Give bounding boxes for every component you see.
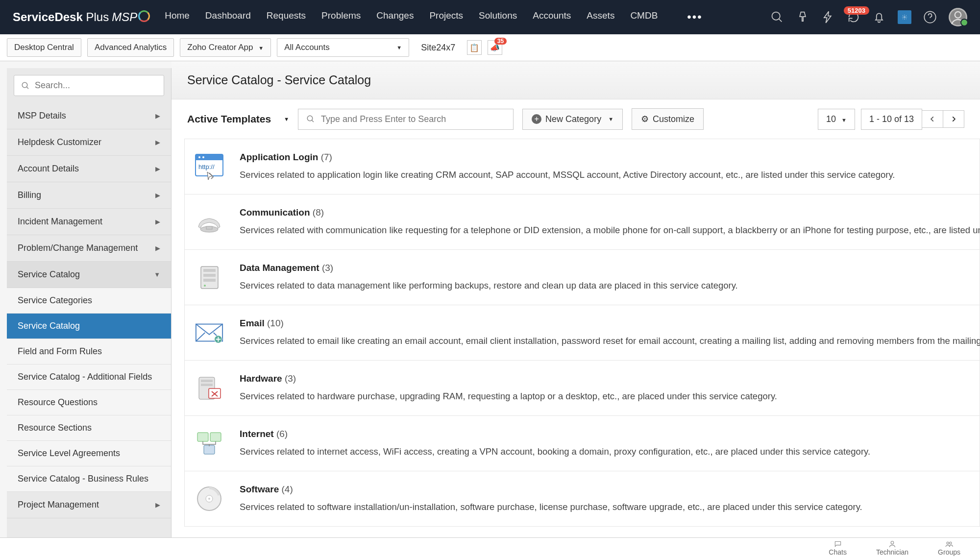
- zoho-creator-button[interactable]: Zoho Creator App ▼: [180, 38, 271, 57]
- catalog-title: Communication (8): [240, 207, 980, 218]
- advanced-analytics-button[interactable]: Advanced Analytics: [87, 38, 174, 57]
- sidebar-label: Account Details: [18, 164, 79, 174]
- nav-accounts[interactable]: Accounts: [533, 10, 571, 24]
- sidebar-group-helpdesk[interactable]: Helpdesk Customizer▶: [7, 129, 171, 156]
- desktop-central-button[interactable]: Desktop Central: [7, 38, 81, 57]
- nav-projects[interactable]: Projects: [429, 10, 463, 24]
- nav-solutions[interactable]: Solutions: [479, 10, 517, 24]
- catalog-item[interactable]: Communication (8) Services related with …: [184, 194, 980, 250]
- svg-rect-27: [201, 384, 213, 386]
- pin-icon[interactable]: [796, 10, 809, 24]
- bolt-icon[interactable]: [821, 10, 835, 24]
- page-size-select[interactable]: 10 ▼: [818, 109, 855, 130]
- clipboard-icon[interactable]: 📋: [467, 40, 482, 55]
- catalog-desc: Services related with communication like…: [240, 225, 980, 236]
- caret-down-icon: ▼: [396, 45, 402, 50]
- brand-msp: MSP: [112, 10, 137, 24]
- next-page-button[interactable]: [943, 110, 964, 128]
- bottom-technician[interactable]: Technician: [876, 540, 908, 556]
- bottom-groups[interactable]: Groups: [938, 540, 960, 556]
- svg-line-1: [779, 19, 782, 22]
- catalog-body: Data Management (3) Services related to …: [240, 263, 970, 292]
- sidebar-label: Helpdesk Customizer: [18, 137, 101, 147]
- sidebar-search-input[interactable]: [35, 80, 157, 91]
- brand-name-1: ServiceDesk: [13, 10, 83, 24]
- svg-rect-17: [206, 226, 212, 229]
- catalog-title: Application Login (7): [240, 152, 970, 163]
- help-icon[interactable]: [923, 10, 937, 24]
- sidebar-sub-catalog[interactable]: Service Catalog: [7, 314, 171, 339]
- sidebar-sub-resource-sections[interactable]: Resource Sections: [7, 415, 171, 441]
- customize-button[interactable]: ⚙ Customize: [632, 108, 704, 130]
- sidebar-search[interactable]: [14, 75, 164, 96]
- nav-assets[interactable]: Assets: [587, 10, 614, 24]
- sidebar-sub-sla[interactable]: Service Level Agreements: [7, 441, 171, 466]
- catalog-body: Application Login (7) Services related t…: [240, 152, 970, 181]
- envelope-icon: [195, 318, 224, 347]
- catalog-item[interactable]: Hardware (3) Services related to hardwar…: [184, 361, 980, 416]
- catalog-item[interactable]: http:// Application Login (7) Services r…: [184, 139, 980, 194]
- filter-dropdown[interactable]: Active Templates▼: [187, 113, 289, 125]
- new-category-label: New Category: [545, 114, 601, 124]
- top-nav: ServiceDesk Plus MSP Home Dashboard Requ…: [0, 0, 980, 34]
- nav-requests[interactable]: Requests: [267, 10, 306, 24]
- nav-more-icon[interactable]: •••: [687, 10, 702, 24]
- account-select-label: All Accounts: [284, 43, 330, 52]
- catalog-title-text: Data Management: [240, 263, 319, 273]
- sidebar-sub-categories[interactable]: Service Categories: [7, 288, 171, 314]
- nav-home[interactable]: Home: [165, 10, 190, 24]
- catalog-search-input[interactable]: [321, 114, 505, 124]
- account-select[interactable]: All Accounts▼: [277, 38, 409, 57]
- catalog-item[interactable]: Data Management (3) Services related to …: [184, 250, 980, 305]
- new-category-button[interactable]: +New Category ▼: [522, 109, 623, 130]
- catalog-title-text: Email: [240, 318, 265, 328]
- customize-label: Customize: [653, 114, 694, 124]
- search-icon: [306, 115, 315, 123]
- catalog-body: Communication (8) Services related with …: [240, 207, 980, 237]
- sidebar-sub-business-rules[interactable]: Service Catalog - Business Rules: [7, 466, 171, 492]
- nav-problems[interactable]: Problems: [321, 10, 361, 24]
- site24x7-link[interactable]: Site24x7: [415, 39, 461, 57]
- sidebar-group-incident[interactable]: Incident Management▶: [7, 209, 171, 235]
- catalog-item[interactable]: Software (4) Services related to softwar…: [184, 471, 980, 527]
- sidebar-group-problem-change[interactable]: Problem/Change Management▶: [7, 235, 171, 262]
- sidebar-sub-additional-fields[interactable]: Service Catalog - Additional Fields: [7, 364, 171, 390]
- sidebar-group-project-mgmt[interactable]: Project Management▶: [7, 492, 171, 518]
- bell-icon[interactable]: [872, 10, 886, 24]
- catalog-count: (10): [267, 318, 284, 328]
- catalog-count: (3): [322, 263, 333, 273]
- catalog-item[interactable]: Email (10) Services related to email lik…: [184, 305, 980, 361]
- sidebar-group-billing[interactable]: Billing▶: [7, 182, 171, 209]
- nav-changes[interactable]: Changes: [376, 10, 414, 24]
- catalog-item[interactable]: Internet (6) Services related to interne…: [184, 416, 980, 471]
- catalog-title-text: Internet: [240, 429, 274, 439]
- svg-rect-21: [203, 279, 216, 282]
- settings-icon[interactable]: [898, 10, 911, 24]
- sub-toolbar: Desktop Central Advanced Analytics Zoho …: [0, 34, 980, 61]
- refresh-icon[interactable]: 51203: [847, 10, 860, 24]
- caret-down-icon: ▼: [608, 116, 613, 122]
- catalog-desc: Services related to internet access, WiF…: [240, 446, 970, 457]
- announcement-icon[interactable]: 📣35: [488, 40, 502, 55]
- sidebar-sub-field-rules[interactable]: Field and Form Rules: [7, 339, 171, 364]
- bottom-bar: Chats Technician Groups: [0, 537, 980, 558]
- nav-dashboard[interactable]: Dashboard: [205, 10, 251, 24]
- svg-point-34: [208, 498, 210, 500]
- catalog-body: Software (4) Services related to softwar…: [240, 484, 970, 513]
- bottom-chats[interactable]: Chats: [829, 540, 847, 556]
- svg-point-0: [772, 12, 780, 20]
- catalog-title: Hardware (3): [240, 373, 970, 384]
- prev-page-button[interactable]: [922, 110, 943, 128]
- sidebar-group-service-catalog[interactable]: Service Catalog▼: [7, 262, 171, 288]
- sidebar-group-msp[interactable]: MSP Details▶: [7, 103, 171, 129]
- sidebar-sub-resource-questions[interactable]: Resource Questions: [7, 390, 171, 415]
- user-avatar[interactable]: [949, 8, 967, 26]
- nav-cmdb[interactable]: CMDB: [630, 10, 658, 24]
- sidebar-group-account[interactable]: Account Details▶: [7, 156, 171, 182]
- catalog-count: (3): [285, 373, 296, 384]
- search-icon[interactable]: [770, 10, 784, 24]
- catalog-search[interactable]: [298, 109, 514, 130]
- catalog-title: Email (10): [240, 318, 980, 329]
- sidebar-label: Incident Management: [18, 217, 102, 227]
- catalog-title-text: Hardware: [240, 373, 282, 384]
